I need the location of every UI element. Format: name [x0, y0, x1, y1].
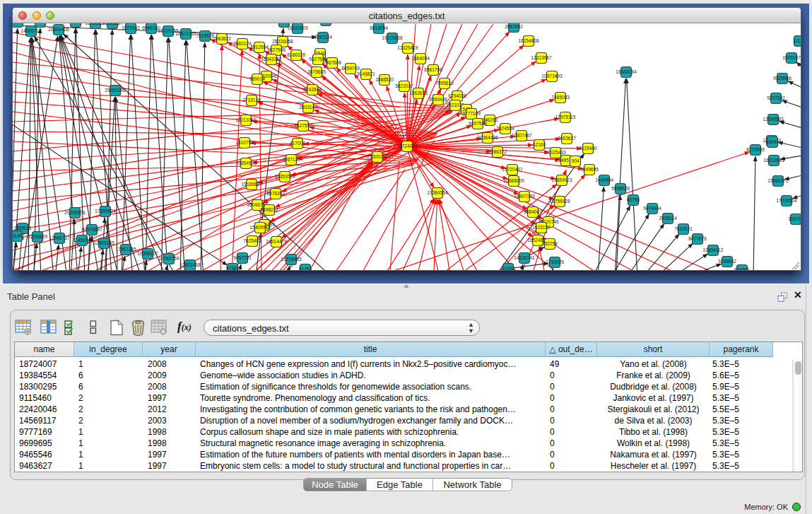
svg-text:10654925: 10654925: [235, 160, 257, 165]
svg-text:14055712: 14055712: [20, 28, 42, 33]
svg-text:924561: 924561: [734, 267, 750, 270]
svg-text:5938928: 5938928: [611, 186, 630, 191]
svg-text:7625402: 7625402: [243, 238, 261, 243]
svg-text:116753: 116753: [788, 216, 801, 221]
svg-text:11156829: 11156829: [28, 234, 48, 239]
svg-text:12975115: 12975115: [555, 115, 576, 119]
svg-text:1588520: 1588520: [375, 77, 394, 82]
svg-text:19384554: 19384554: [427, 190, 448, 195]
svg-text:16154808: 16154808: [518, 38, 539, 43]
svg-text:10756928: 10756928: [549, 199, 570, 204]
svg-text:25300293: 25300293: [367, 154, 388, 159]
svg-text:6961758: 6961758: [424, 67, 442, 72]
svg-text:9777169: 9777169: [462, 111, 481, 116]
svg-text:3875685: 3875685: [307, 69, 326, 74]
svg-text:8660124: 8660124: [233, 41, 252, 46]
svg-text:7485083: 7485083: [551, 95, 570, 100]
svg-text:5822037: 5822037: [395, 83, 413, 88]
svg-text:8912954: 8912954: [250, 45, 269, 49]
svg-text:17359924: 17359924: [95, 209, 116, 214]
svg-text:8454749: 8454749: [341, 66, 360, 71]
svg-text:9084067: 9084067: [524, 209, 542, 214]
svg-text:9146821: 9146821: [357, 71, 375, 76]
svg-text:5498222: 5498222: [260, 207, 278, 212]
svg-text:10653267: 10653267: [102, 23, 123, 25]
svg-text:15692971: 15692971: [767, 178, 789, 183]
svg-text:9699695: 9699695: [580, 167, 599, 172]
svg-text:904: 904: [571, 158, 579, 163]
svg-text:7515526: 7515526: [196, 33, 214, 38]
svg-text:19654923: 19654923: [551, 177, 572, 182]
svg-text:16045571: 16045571: [13, 23, 28, 24]
svg-text:10688609: 10688609: [503, 178, 524, 183]
svg-text:62160: 62160: [533, 142, 546, 147]
svg-text:10958107: 10958107: [137, 251, 158, 256]
svg-text:16033809: 16033809: [287, 25, 308, 30]
svg-text:9227342: 9227342: [767, 95, 785, 100]
svg-text:14136141: 14136141: [514, 255, 535, 260]
svg-text:18724007: 18724007: [396, 144, 418, 148]
svg-text:1864094: 1864094: [411, 56, 430, 61]
svg-text:9115460: 9115460: [579, 146, 597, 151]
svg-text:12353594: 12353594: [274, 174, 295, 179]
svg-text:7632621: 7632621: [674, 226, 693, 231]
svg-text:15409948: 15409948: [249, 225, 271, 230]
svg-text:9245652: 9245652: [718, 259, 736, 264]
svg-text:20364436: 20364436: [477, 135, 498, 140]
svg-text:252254: 252254: [542, 241, 558, 246]
svg-text:10025433: 10025433: [545, 150, 566, 155]
svg-text:16210643: 16210643: [763, 158, 784, 163]
svg-text:12093583: 12093583: [763, 117, 784, 122]
svg-text:3267130: 3267130: [282, 157, 300, 162]
svg-text:11052: 11052: [502, 266, 514, 270]
svg-text:9242848: 9242848: [303, 87, 322, 92]
svg-text:97381: 97381: [226, 266, 240, 270]
svg-text:18807249: 18807249: [514, 194, 535, 199]
svg-text:16782759: 16782759: [158, 256, 180, 261]
svg-text:6794028: 6794028: [448, 93, 466, 98]
svg-text:9827506: 9827506: [267, 47, 286, 52]
svg-text:10807487: 10807487: [511, 133, 532, 138]
svg-text:1575107: 1575107: [782, 55, 801, 60]
svg-text:1069140: 1069140: [66, 23, 85, 24]
svg-text:17957225: 17957225: [115, 247, 136, 252]
svg-text:1310758: 1310758: [235, 140, 254, 145]
svg-text:2935114: 2935114: [659, 216, 677, 221]
svg-text:2803144: 2803144: [299, 105, 317, 110]
svg-text:9463627: 9463627: [558, 136, 576, 141]
svg-text:1527602: 1527602: [122, 25, 140, 30]
svg-text:6497568: 6497568: [469, 121, 487, 126]
svg-text:8813054: 8813054: [370, 25, 388, 30]
svg-text:12923468: 12923468: [180, 262, 201, 267]
svg-text:7357224: 7357224: [314, 35, 332, 40]
svg-text:1615152: 1615152: [532, 225, 551, 230]
svg-text:7859011: 7859011: [13, 226, 32, 230]
svg-text:81254: 81254: [299, 267, 312, 270]
svg-text:2718126: 2718126: [242, 98, 261, 103]
svg-text:7955812: 7955812: [435, 81, 454, 86]
svg-text:29053346: 29053346: [105, 88, 126, 93]
svg-text:1440954: 1440954: [595, 177, 613, 182]
svg-text:16041: 16041: [766, 139, 779, 144]
svg-text:90975887: 90975887: [81, 227, 102, 232]
svg-text:11177: 11177: [793, 38, 801, 43]
svg-text:12942737: 12942737: [49, 235, 70, 240]
svg-text:2367608: 2367608: [323, 60, 341, 65]
svg-text:8427552: 8427552: [294, 123, 312, 128]
svg-text:989014: 989014: [249, 76, 265, 81]
svg-text:16543362: 16543362: [261, 57, 282, 62]
svg-text:7663822: 7663822: [213, 36, 231, 41]
svg-text:1733426: 1733426: [546, 259, 564, 264]
svg-text:19166827: 19166827: [241, 182, 262, 187]
svg-text:21092773: 21092773: [273, 23, 295, 24]
svg-text:19218506: 19218506: [382, 35, 403, 40]
svg-text:17016504: 17016504: [776, 198, 797, 203]
svg-text:2087682: 2087682: [505, 24, 523, 29]
svg-text:391497: 391497: [13, 233, 25, 238]
svg-text:16914479: 16914479: [266, 239, 287, 244]
svg-text:3624554: 3624554: [496, 126, 514, 131]
svg-text:2203551: 2203551: [31, 23, 49, 24]
svg-text:12905185: 12905185: [93, 240, 114, 245]
svg-text:68758: 68758: [627, 197, 640, 202]
svg-text:9474444: 9474444: [643, 206, 661, 211]
